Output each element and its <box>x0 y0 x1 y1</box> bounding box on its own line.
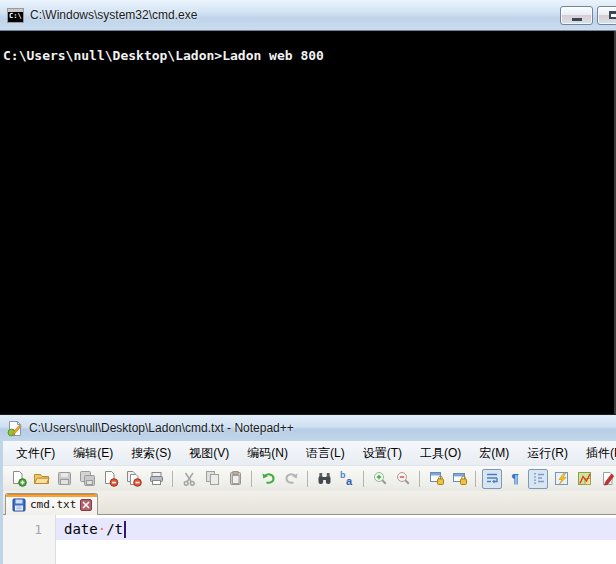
notepadpp-window-title: C:\Users\null\Desktop\Ladon\cmd.txt - No… <box>29 421 294 435</box>
cmd-window: C:\ C:\Windows\system32\cmd.exe C:\Users… <box>0 0 616 414</box>
save-all-button[interactable] <box>77 469 97 489</box>
undo-button[interactable] <box>258 469 278 489</box>
cut-button[interactable] <box>179 469 199 489</box>
line-number-gutter: 1 <box>3 515 56 564</box>
close-file-button[interactable] <box>100 469 120 489</box>
notepadpp-window: C:\Users\null\Desktop\Ladon\cmd.txt - No… <box>0 414 616 564</box>
copy-button[interactable] <box>202 469 222 489</box>
menu-settings[interactable]: 设置(T) <box>354 442 411 465</box>
cmd-window-title: C:\Windows\system32\cmd.exe <box>30 8 560 22</box>
desktop: C:\ C:\Windows\system32\cmd.exe C:\Users… <box>0 0 616 564</box>
svg-text:a: a <box>346 475 353 487</box>
tab-label: cmd.txt <box>30 498 76 511</box>
minimize-icon <box>572 18 582 21</box>
menu-language[interactable]: 语言(L) <box>297 442 354 465</box>
cmd-app-icon: C:\ <box>7 8 24 23</box>
code-token: /t <box>106 518 123 540</box>
saved-floppy-icon <box>12 498 26 512</box>
user-defined-language-button[interactable] <box>551 469 571 489</box>
notepadpp-app-icon <box>6 420 23 437</box>
menu-bar: 文件(F) 编辑(E) 搜索(S) 视图(V) 编码(N) 语言(L) 设置(T… <box>3 441 616 466</box>
menu-search[interactable]: 搜索(S) <box>122 442 180 465</box>
line-number: 1 <box>34 522 42 537</box>
notepadpp-body: 文件(F) 编辑(E) 搜索(S) 视图(V) 编码(N) 语言(L) 设置(T… <box>0 441 616 564</box>
maximize-icon <box>609 11 616 19</box>
zoom-in-button[interactable] <box>370 469 390 489</box>
close-icon <box>82 501 90 509</box>
new-file-button[interactable] <box>8 469 28 489</box>
menu-encoding[interactable]: 编码(N) <box>238 442 297 465</box>
text-caret <box>124 521 126 538</box>
pilcrow-icon: ¶ <box>511 471 518 486</box>
start-recording-macro-button[interactable] <box>597 469 616 489</box>
paste-button[interactable] <box>225 469 245 489</box>
code-area[interactable]: date·/t <box>56 515 616 564</box>
toolbar-divider <box>172 471 173 487</box>
whitespace-dot: · <box>98 518 106 540</box>
menu-run[interactable]: 运行(R) <box>518 442 577 465</box>
active-tab-accent <box>6 494 97 497</box>
close-all-files-button[interactable] <box>123 469 143 489</box>
cmd-titlebar[interactable]: C:\ C:\Windows\system32\cmd.exe <box>0 0 616 31</box>
toolbar-divider <box>251 471 252 487</box>
current-line[interactable]: date·/t <box>56 518 616 540</box>
console-prompt-line: C:\Users\null\Desktop\Ladon>Ladon web 80… <box>0 31 614 64</box>
toolbar-divider <box>419 471 420 487</box>
menu-tools[interactable]: 工具(O) <box>411 442 470 465</box>
menu-file[interactable]: 文件(F) <box>7 442 64 465</box>
toolbar-divider <box>307 471 308 487</box>
toolbar: ba <box>3 466 616 491</box>
tab-cmd-txt[interactable]: cmd.txt <box>5 493 98 515</box>
menu-macro[interactable]: 宏(M) <box>470 442 518 465</box>
cmd-app-icon-glyph: C:\ <box>9 13 22 20</box>
replace-button[interactable]: ba <box>337 469 357 489</box>
menu-view[interactable]: 视图(V) <box>180 442 238 465</box>
maximize-button[interactable] <box>597 6 616 25</box>
toolbar-divider <box>363 471 364 487</box>
open-file-button[interactable] <box>31 469 51 489</box>
save-button[interactable] <box>54 469 74 489</box>
code-token: date <box>64 518 98 540</box>
tab-bar: cmd.txt <box>3 491 616 515</box>
document-map-button[interactable] <box>574 469 594 489</box>
sync-horizontal-scrolling-button[interactable] <box>449 469 469 489</box>
zoom-out-button[interactable] <box>393 469 413 489</box>
menu-plugins[interactable]: 插件(P) <box>577 442 616 465</box>
word-wrap-button[interactable] <box>482 469 502 489</box>
find-button[interactable] <box>314 469 334 489</box>
editor-area[interactable]: 1 date·/t <box>3 515 616 564</box>
sync-vertical-scrolling-button[interactable] <box>426 469 446 489</box>
tab-close-button[interactable] <box>80 499 92 511</box>
toolbar-divider <box>475 471 476 487</box>
show-all-characters-button[interactable]: ¶ <box>505 469 525 489</box>
print-button[interactable] <box>146 469 166 489</box>
show-indent-guide-button[interactable] <box>528 469 548 489</box>
redo-button[interactable] <box>281 469 301 489</box>
minimize-button[interactable] <box>560 6 593 25</box>
notepadpp-titlebar[interactable]: C:\Users\null\Desktop\Ladon\cmd.txt - No… <box>0 415 616 441</box>
console-output[interactable]: C:\Users\null\Desktop\Ladon>Ladon web 80… <box>0 31 616 414</box>
menu-edit[interactable]: 编辑(E) <box>64 442 122 465</box>
